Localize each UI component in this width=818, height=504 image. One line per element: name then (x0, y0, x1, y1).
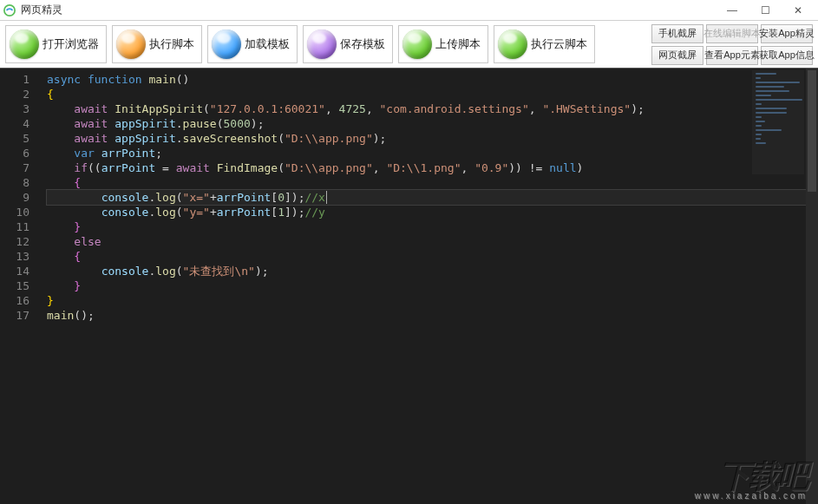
code-line[interactable]: var arrPoint; (47, 146, 818, 160)
toolbar-button-label: 打开浏览器 (43, 36, 99, 52)
toolbar-button-2[interactable]: 加载模板 (207, 25, 298, 63)
line-number: 7 (0, 160, 29, 175)
editor-scrollbar-vertical[interactable] (806, 69, 818, 504)
side-button-5[interactable]: 获取App信息 (761, 46, 813, 65)
code-line[interactable]: await appSpirit.pause(5000); (47, 116, 818, 131)
line-number: 16 (0, 293, 29, 308)
side-button-0[interactable]: 手机截屏 (651, 24, 703, 43)
code-editor[interactable]: 1234567891011121314151617 async function… (0, 68, 818, 504)
code-line[interactable]: console.log("x="+arrPoint[0]);//x (47, 190, 818, 205)
orb-icon (402, 29, 432, 59)
editor-gutter: 1234567891011121314151617 (0, 69, 38, 504)
line-number: 9 (0, 190, 29, 205)
code-line[interactable]: if((arrPoint = await FindImage("D:\\app.… (47, 160, 818, 175)
orb-icon (212, 29, 241, 59)
line-number: 2 (0, 87, 29, 101)
code-line[interactable]: await appSpirit.saveScreenshot("D:\\app.… (47, 131, 818, 146)
line-number: 12 (0, 234, 29, 249)
side-button-4[interactable]: 查看App元素 (706, 46, 758, 65)
toolbar-button-4[interactable]: 上传脚本 (398, 25, 488, 63)
toolbar-button-label: 加载模板 (245, 36, 290, 52)
line-number: 17 (0, 308, 29, 323)
line-number: 3 (0, 101, 29, 116)
editor-minimap[interactable] (752, 70, 804, 174)
side-button-1: 在线编辑脚本 (706, 24, 758, 43)
line-number: 1 (0, 72, 29, 87)
line-number: 11 (0, 219, 29, 234)
code-line[interactable]: { (47, 249, 818, 264)
code-line[interactable]: else (47, 234, 818, 249)
code-line[interactable]: } (47, 219, 818, 234)
toolbar-button-1[interactable]: 执行脚本 (112, 25, 202, 63)
orb-icon (307, 29, 337, 59)
code-line[interactable]: async function main() (47, 72, 818, 87)
window-maximize-button[interactable]: ☐ (749, 1, 782, 20)
line-number: 10 (0, 205, 29, 219)
svg-point-0 (4, 4, 15, 15)
toolbar-button-label: 执行云脚本 (531, 36, 587, 52)
window-titlebar: 网页精灵 — ☐ ✕ (0, 0, 818, 21)
app-logo-icon (3, 4, 16, 16)
window-close-button[interactable]: ✕ (782, 1, 815, 20)
orb-icon (116, 29, 146, 59)
window-title: 网页精灵 (21, 3, 716, 17)
code-line[interactable]: await InitAppSpirit("127.0.0.1:60021", 4… (47, 101, 818, 116)
main-toolbar: 打开浏览器执行脚本加载模板保存模板上传脚本执行云脚本 手机截屏在线编辑脚本安装A… (0, 21, 818, 68)
editor-content[interactable]: async function main(){ await InitAppSpir… (38, 69, 818, 504)
window-minimize-button[interactable]: — (716, 1, 749, 20)
side-button-2[interactable]: 安装App精灵 (761, 24, 813, 43)
orb-icon (498, 29, 527, 59)
line-number: 13 (0, 249, 29, 264)
orb-icon (10, 29, 39, 59)
toolbar-button-label: 上传脚本 (435, 36, 481, 52)
side-button-3[interactable]: 网页截屏 (651, 46, 703, 65)
toolbar-button-3[interactable]: 保存模板 (303, 25, 393, 63)
line-number: 14 (0, 264, 29, 278)
line-number: 8 (0, 175, 29, 190)
toolbar-button-5[interactable]: 执行云脚本 (494, 25, 595, 63)
toolbar-button-0[interactable]: 打开浏览器 (5, 25, 107, 63)
line-number: 5 (0, 131, 29, 146)
watermark-text: 下载吧 (719, 461, 808, 492)
line-number: 15 (0, 278, 29, 293)
toolbar-button-label: 保存模板 (340, 36, 385, 52)
code-line[interactable]: { (47, 175, 818, 190)
code-line[interactable]: } (47, 293, 818, 308)
code-line[interactable]: main(); (47, 308, 818, 323)
code-line[interactable]: { (47, 87, 818, 101)
line-number: 6 (0, 146, 29, 160)
code-line[interactable]: } (47, 278, 818, 293)
watermark-url: www.xiazaiba.com (695, 492, 808, 501)
code-line[interactable]: console.log("y="+arrPoint[1]);//y (47, 205, 818, 219)
code-line[interactable]: console.log("未查找到\n"); (47, 264, 818, 278)
line-number: 4 (0, 116, 29, 131)
watermark: 下载吧 www.xiazaiba.com (695, 461, 808, 501)
toolbar-button-label: 执行脚本 (149, 36, 194, 52)
